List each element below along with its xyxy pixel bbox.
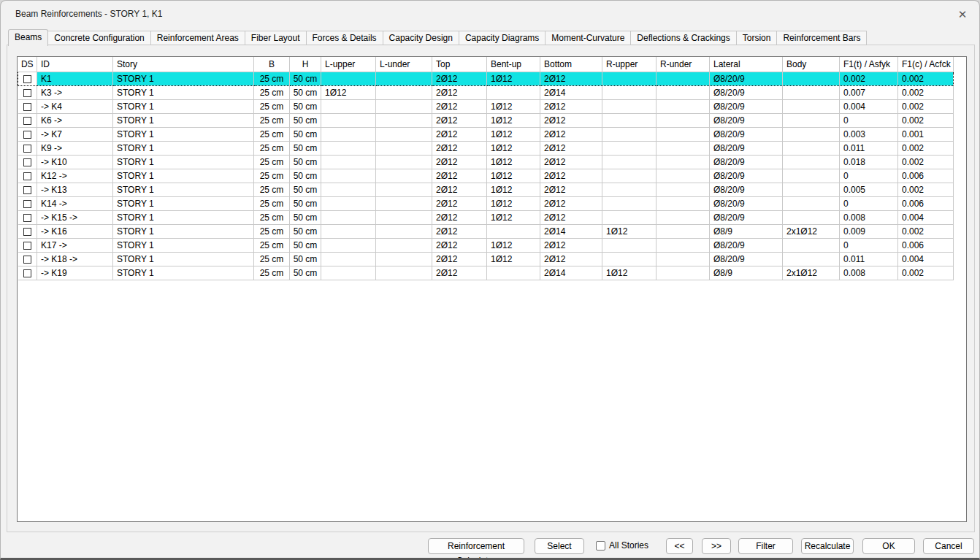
table-row[interactable]: -> K4STORY 125 cm50 cm2Ø121Ø122Ø12Ø8/20/… — [18, 99, 954, 113]
cell-lateral[interactable]: Ø8/9 — [710, 224, 783, 238]
cell-r_upper[interactable] — [602, 252, 656, 266]
previous-button[interactable]: << — [666, 538, 693, 554]
cancel-button[interactable]: Cancel — [923, 538, 974, 554]
table-row[interactable]: K9 ->STORY 125 cm50 cm2Ø121Ø122Ø12Ø8/20/… — [18, 141, 954, 155]
cell-h[interactable]: 50 cm — [290, 113, 321, 127]
cell-lateral[interactable]: Ø8/20/9 — [710, 72, 783, 85]
cell-b[interactable]: 25 cm — [254, 127, 290, 141]
cell-l_under[interactable] — [376, 169, 432, 183]
cell-r_upper[interactable]: 1Ø12 — [602, 224, 656, 238]
table-row[interactable]: -> K13STORY 125 cm50 cm2Ø121Ø122Ø12Ø8/20… — [18, 183, 954, 196]
cell-r_upper[interactable] — [602, 169, 656, 183]
cell-top[interactable]: 2Ø12 — [432, 127, 487, 141]
cell-story[interactable]: STORY 1 — [113, 210, 254, 224]
cell-h[interactable]: 50 cm — [290, 127, 321, 141]
column-header-f1c[interactable]: F1(c) / Acfck — [898, 57, 954, 72]
select-button[interactable]: Select — [535, 538, 584, 554]
cell-l_upper[interactable] — [321, 224, 376, 238]
cell-bottom[interactable]: 2Ø12 — [540, 127, 602, 141]
cell-b[interactable]: 25 cm — [254, 266, 290, 280]
row-checkbox[interactable] — [23, 186, 31, 194]
cell-r_under[interactable] — [656, 183, 710, 196]
tab-moment-curvature[interactable]: Moment-Curvature — [545, 31, 631, 45]
cell-top[interactable]: 2Ø12 — [432, 196, 487, 210]
cell-story[interactable]: STORY 1 — [113, 72, 254, 85]
cell-bent_up[interactable]: 1Ø12 — [487, 169, 540, 183]
cell-l_under[interactable] — [376, 238, 432, 252]
cell-id[interactable]: -> K10 — [37, 155, 113, 169]
cell-lateral[interactable]: Ø8/20/9 — [710, 99, 783, 113]
column-header-r_under[interactable]: R-under — [656, 57, 710, 72]
cell-top[interactable]: 2Ø12 — [432, 72, 487, 85]
cell-f1t[interactable]: 0.011 — [840, 141, 898, 155]
row-checkbox[interactable] — [23, 256, 31, 264]
cell-h[interactable]: 50 cm — [290, 183, 321, 196]
cell-l_upper[interactable] — [321, 183, 376, 196]
table-row[interactable]: -> K19STORY 125 cm50 cm2Ø122Ø141Ø12Ø8/92… — [18, 266, 954, 280]
table-row[interactable]: K3 ->STORY 125 cm50 cm1Ø122Ø122Ø14Ø8/20/… — [18, 85, 954, 99]
cell-id[interactable]: K12 -> — [37, 169, 113, 183]
cell-id[interactable]: -> K15 -> — [37, 210, 113, 224]
cell-f1t[interactable]: 0.004 — [840, 99, 898, 113]
cell-bottom[interactable]: 2Ø12 — [540, 141, 602, 155]
table-row[interactable]: -> K18 ->STORY 125 cm50 cm2Ø121Ø122Ø12Ø8… — [18, 252, 954, 266]
row-checkbox[interactable] — [23, 200, 31, 208]
cell-l_upper[interactable] — [321, 72, 376, 85]
cell-bent_up[interactable] — [487, 224, 540, 238]
cell-h[interactable]: 50 cm — [290, 85, 321, 99]
cell-body[interactable]: 2x1Ø12 — [783, 224, 840, 238]
cell-r_upper[interactable] — [602, 196, 656, 210]
cell-lateral[interactable]: Ø8/20/9 — [710, 85, 783, 99]
cell-r_upper[interactable] — [602, 85, 656, 99]
cell-f1c[interactable]: 0.002 — [898, 85, 954, 99]
cell-b[interactable]: 25 cm — [254, 238, 290, 252]
cell-h[interactable]: 50 cm — [290, 224, 321, 238]
cell-story[interactable]: STORY 1 — [113, 113, 254, 127]
cell-r_upper[interactable] — [602, 210, 656, 224]
cell-l_upper[interactable] — [321, 127, 376, 141]
column-header-story[interactable]: Story — [113, 57, 254, 72]
cell-l_upper[interactable] — [321, 99, 376, 113]
cell-h[interactable]: 50 cm — [290, 238, 321, 252]
cell-b[interactable]: 25 cm — [254, 224, 290, 238]
cell-f1t[interactable]: 0.002 — [840, 72, 898, 85]
cell-story[interactable]: STORY 1 — [113, 85, 254, 99]
cell-r_under[interactable] — [656, 196, 710, 210]
cell-l_under[interactable] — [376, 155, 432, 169]
cell-lateral[interactable]: Ø8/20/9 — [710, 183, 783, 196]
cell-id[interactable]: -> K7 — [37, 127, 113, 141]
cell-l_upper[interactable]: 1Ø12 — [321, 85, 376, 99]
cell-f1c[interactable]: 0.002 — [898, 72, 954, 85]
tab-capacity-diagrams[interactable]: Capacity Diagrams — [459, 31, 545, 45]
column-header-h[interactable]: H — [290, 57, 321, 72]
cell-r_upper[interactable] — [602, 113, 656, 127]
column-header-r_upper[interactable]: R-upper — [602, 57, 656, 72]
cell-lateral[interactable]: Ø8/20/9 — [710, 169, 783, 183]
cell-r_upper[interactable] — [602, 99, 656, 113]
cell-f1t[interactable]: 0.003 — [840, 127, 898, 141]
cell-story[interactable]: STORY 1 — [113, 155, 254, 169]
cell-l_under[interactable] — [376, 99, 432, 113]
cell-bottom[interactable]: 2Ø12 — [540, 72, 602, 85]
cell-h[interactable]: 50 cm — [290, 266, 321, 280]
cell-top[interactable]: 2Ø12 — [432, 113, 487, 127]
cell-bent_up[interactable]: 1Ø12 — [487, 155, 540, 169]
cell-l_upper[interactable] — [321, 238, 376, 252]
cell-body[interactable] — [783, 183, 840, 196]
cell-f1t[interactable]: 0.009 — [840, 224, 898, 238]
row-checkbox[interactable] — [23, 172, 31, 180]
cell-f1c[interactable]: 0.001 — [898, 127, 954, 141]
cell-f1c[interactable]: 0.002 — [898, 266, 954, 280]
cell-f1c[interactable]: 0.002 — [898, 141, 954, 155]
cell-id[interactable]: K3 -> — [37, 85, 113, 99]
cell-top[interactable]: 2Ø12 — [432, 224, 487, 238]
cell-b[interactable]: 25 cm — [254, 85, 290, 99]
row-checkbox[interactable] — [23, 228, 31, 236]
cell-l_under[interactable] — [376, 252, 432, 266]
cell-r_upper[interactable] — [602, 238, 656, 252]
cell-body[interactable] — [783, 141, 840, 155]
cell-f1t[interactable]: 0 — [840, 196, 898, 210]
cell-lateral[interactable]: Ø8/20/9 — [710, 113, 783, 127]
cell-f1t[interactable]: 0.008 — [840, 266, 898, 280]
cell-top[interactable]: 2Ø12 — [432, 99, 487, 113]
